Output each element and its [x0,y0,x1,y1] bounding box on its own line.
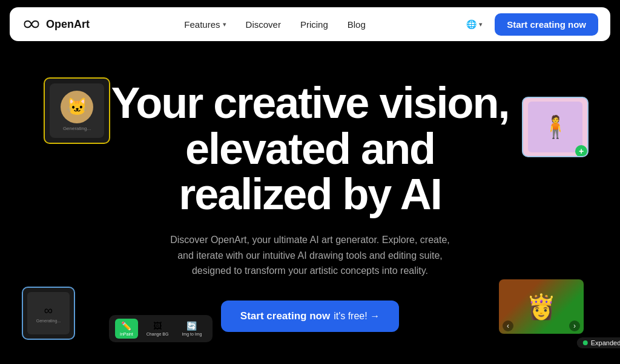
nav-pricing[interactable]: Pricing [292,16,337,33]
logo-icon-small: ∞ [44,304,53,317]
prev-image-button[interactable]: ‹ [503,320,513,331]
image-navigation: ‹ › [499,320,584,331]
add-badge: + [575,145,587,157]
nav-right: 🌐 ▾ Start creating now [460,13,598,36]
expanded-status-dot [583,340,588,345]
globe-icon: 🌐 [466,19,477,29]
generating-label-tl: Generating... [63,126,91,131]
nav-links: Features ▾ Discover Pricing Blog [176,16,374,33]
nav-discover[interactable]: Discover [237,16,289,33]
navbar: OpenArt Features ▾ Discover Pricing Blog… [10,7,610,41]
figure-icon: 🧍 [542,114,569,140]
inpaint-label: InPaint [120,332,133,336]
img-to-img-tool-button[interactable]: 🔄 Img to Img [177,319,206,339]
hero-subtitle: Discover OpenArt, your ultimate AI art g… [165,232,455,279]
change-bg-tool-button[interactable]: 🖼 Change BG [142,319,174,339]
img-to-img-icon: 🔄 [186,321,197,331]
hero-cta-main-text: Start creating now [240,310,330,322]
expanded-badge: Expanded [577,337,620,348]
expanded-image-card: 👸 ‹ › [499,279,584,334]
hero-title: Your creative vision, elevated and reali… [104,80,516,218]
generating-label-bl: Generating... [36,319,61,323]
logo[interactable]: OpenArt [22,18,90,31]
chevron-down-icon: ▾ [223,21,226,28]
img-to-img-label: Img to Img [182,332,202,336]
generating-card-topleft: 🐱 Generating... [44,77,110,144]
language-selector[interactable]: 🌐 ▾ [460,16,489,33]
openart-logo-icon [22,18,41,30]
change-bg-label: Change BG [147,332,169,336]
chevron-down-icon: ▾ [479,21,483,28]
logo-text: OpenArt [46,18,90,31]
figure-card-topright: 🧍 + [522,97,589,157]
inpaint-icon: ✏️ [121,321,131,331]
hero-cta-free-text: it's free! → [334,311,380,322]
next-image-button[interactable]: › [569,320,580,331]
cat-image: 🐱 [61,91,93,123]
hero-section: 🐱 Generating... 🧍 + Your creative vision… [0,48,620,364]
hero-cta-button[interactable]: Start creating now it's free! → [221,301,399,332]
generating-card-bottomleft: ∞ Generating... [22,287,75,340]
change-bg-icon: 🖼 [153,321,162,331]
inpaint-tool-button[interactable]: ✏️ InPaint [115,319,138,339]
start-creating-button[interactable]: Start creating now [495,13,598,36]
nav-features[interactable]: Features ▾ [176,16,234,33]
editing-toolbar: ✏️ InPaint 🖼 Change BG 🔄 Img to Img [109,315,213,342]
nav-blog[interactable]: Blog [339,16,374,33]
